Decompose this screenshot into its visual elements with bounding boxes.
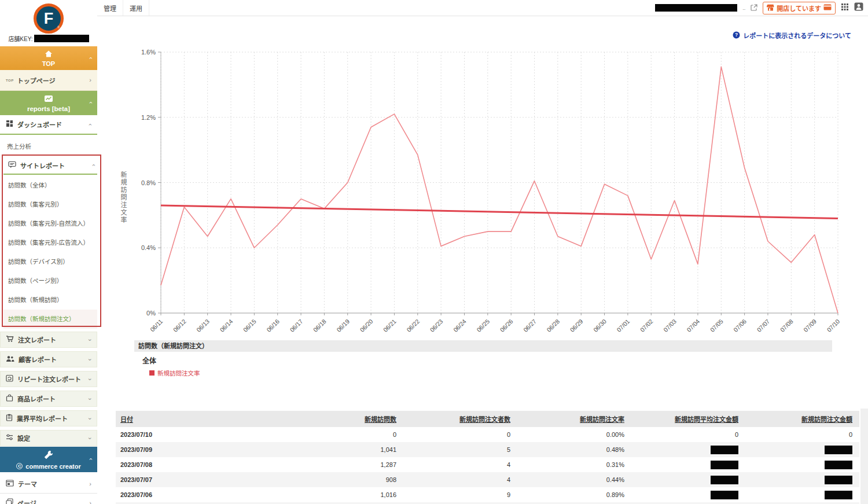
svg-text:06/27: 06/27 — [522, 318, 538, 333]
sidebar-section-repeat-order[interactable]: リピート注文レポート› — [0, 371, 97, 387]
trend-line — [161, 205, 838, 219]
sidebar-section-clipboard[interactable]: 業界平均レポート› — [0, 410, 97, 426]
svg-text:1.2%: 1.2% — [141, 114, 156, 121]
redacted-value — [711, 491, 738, 499]
value-cell — [631, 442, 745, 457]
site-report-item-list: 訪問数（全体）訪問数（集客元別）訪問数（集客元別-自然流入）訪問数（集客元別-広… — [3, 176, 100, 329]
value-cell — [745, 487, 859, 502]
svg-text:07/06: 07/06 — [732, 318, 748, 333]
value-cell — [745, 457, 859, 472]
sidebar-section-label: 注文レポート — [18, 335, 56, 344]
sidebar-item-page[interactable]: ページ› — [0, 494, 97, 504]
chevron-down-icon: › — [87, 358, 94, 360]
redacted-value — [825, 461, 852, 469]
sidebar-section-label: 顧客レポート — [19, 355, 57, 364]
site-report-item[interactable]: 訪問数（集客元別） — [3, 195, 100, 214]
sidebar-item-commerce-creator[interactable]: C commerce creator › — [0, 447, 97, 472]
sidebar-item-top[interactable]: TOP › — [0, 46, 97, 70]
table-column-header[interactable]: 新規訪問注文者数 — [403, 411, 517, 427]
column-sort-link[interactable]: 新規訪問数 — [365, 416, 396, 423]
legend-swatch — [149, 370, 155, 376]
sidebar-top-label: TOP — [42, 60, 55, 67]
dashboard-grid-icon — [6, 119, 13, 130]
table-row: 2023/07/0790840.44% — [116, 472, 859, 487]
svg-text:06/12: 06/12 — [172, 318, 187, 333]
store-status-button[interactable]: 開店しています — [763, 2, 836, 14]
column-sort-link[interactable]: 新規訪問注文金額 — [801, 416, 852, 423]
date-cell: 2023/07/09 — [116, 442, 289, 457]
column-sort-link[interactable]: 新規訪問注文者数 — [459, 416, 510, 423]
svg-text:0%: 0% — [146, 310, 156, 317]
table-column-header[interactable]: 新規訪問数 — [289, 411, 403, 427]
column-sort-link[interactable]: 新規訪問注文率 — [580, 416, 624, 423]
report-data-help-link[interactable]: ? レポートに表示されるデータについて — [733, 31, 851, 40]
site-report-item[interactable]: 訪問数（集客元別-自然流入） — [3, 214, 100, 233]
repeat-order-icon — [6, 374, 13, 384]
svg-text:06/23: 06/23 — [428, 318, 444, 333]
app-grid-icon[interactable] — [841, 3, 849, 13]
value-cell: 0.00% — [517, 427, 631, 442]
dashboard-label: ダッシュボード — [17, 120, 62, 129]
content-scrollbar-track[interactable] — [860, 409, 868, 504]
top-bar: 管理運用 .. 開店しています — [97, 0, 868, 16]
site-report-item[interactable]: 訪問数（新規訪問） — [3, 290, 100, 310]
redacted-value — [711, 476, 738, 484]
logo-letter: F — [44, 11, 54, 27]
column-sort-link[interactable]: 新規訪問平均注文金額 — [675, 416, 738, 423]
svg-text:07/10: 07/10 — [825, 318, 841, 333]
question-circle-icon: ? — [733, 31, 740, 40]
sidebar-section-product-bag[interactable]: 商品レポート› — [0, 391, 97, 407]
site-report-item[interactable]: 訪問数（ページ別） — [3, 271, 100, 290]
sidebar-item-top-page[interactable]: TOP トップページ › — [0, 70, 97, 91]
svg-text:0.4%: 0.4% — [141, 244, 156, 251]
top-tabs: 管理運用 — [97, 0, 149, 16]
name-ellipsis: .. — [742, 5, 745, 11]
table-column-header[interactable]: 新規訪問平均注文金額 — [631, 411, 745, 427]
chevron-up-icon: › — [87, 123, 94, 126]
chevron-down-icon: › — [87, 398, 94, 400]
value-cell: 9 — [403, 487, 517, 502]
site-report-item[interactable]: 訪問数（新規訪問注文） — [3, 310, 100, 329]
site-report-item[interactable]: 訪問数（デバイス別） — [3, 252, 100, 271]
svg-text:07/08: 07/08 — [779, 318, 795, 333]
svg-text:06/28: 06/28 — [545, 318, 561, 333]
store-key-redacted — [34, 35, 89, 42]
external-link-icon[interactable] — [751, 3, 757, 13]
cart-icon — [6, 334, 14, 345]
top-tab-kanri[interactable]: 管理 — [97, 0, 123, 16]
value-cell: 0 — [403, 427, 517, 442]
top-tab-unyo[interactable]: 運用 — [123, 0, 149, 16]
sidebar: F ® 店舗KEY: TOP › TOP トップページ › reports [b… — [0, 0, 97, 504]
report-content: ? レポートに表示されるデータについて 新規訪問注文率 0%0.4%0.8%1.… — [104, 16, 868, 504]
site-report-item[interactable]: 訪問数（全体） — [3, 176, 100, 195]
sidebar-item-dashboard[interactable]: ダッシュボード › — [0, 115, 97, 135]
chevron-up-icon: › — [88, 458, 94, 461]
chevron-up-icon: › — [88, 102, 94, 104]
svg-text:0.8%: 0.8% — [141, 179, 156, 186]
sidebar-item-site-report[interactable]: サイトレポート › — [3, 157, 100, 175]
site-report-label: サイトレポート — [20, 161, 65, 170]
sidebar-section-customers[interactable]: 顧客レポート› — [0, 351, 97, 367]
store-key-row: 店舗KEY: — [0, 34, 97, 43]
site-report-item[interactable]: 訪問数（集客元別-広告流入） — [3, 233, 100, 252]
svg-text:06/30: 06/30 — [592, 318, 608, 333]
sidebar-item-sales-analysis[interactable]: 売上分析 — [0, 138, 97, 153]
svg-text:06/21: 06/21 — [382, 318, 398, 333]
table-column-header[interactable]: 新規訪問注文率 — [517, 411, 631, 427]
table-column-header[interactable]: 日付 — [116, 411, 289, 427]
chevron-up-icon: › — [91, 164, 97, 167]
sidebar-section-cart[interactable]: 注文レポート› — [0, 332, 97, 348]
table-column-header[interactable]: 新規訪問注文金額 — [745, 411, 859, 427]
sidebar-section-label: 設定 — [17, 433, 30, 443]
value-cell: 4 — [403, 472, 517, 487]
sidebar-section-settings[interactable]: 設定› — [0, 430, 97, 446]
account-person-icon[interactable] — [854, 2, 863, 13]
column-sort-link[interactable]: 日付 — [120, 416, 133, 423]
sidebar-item-theme[interactable]: テーマ› — [0, 474, 97, 494]
value-cell — [631, 487, 745, 502]
table-row: 2023/07/081,28740.31% — [116, 457, 859, 472]
svg-text:07/04: 07/04 — [685, 318, 701, 333]
chevron-down-icon: › — [87, 339, 94, 341]
sidebar-item-reports[interactable]: reports [beta] › — [0, 91, 97, 115]
speech-bubble-icon — [8, 160, 16, 171]
